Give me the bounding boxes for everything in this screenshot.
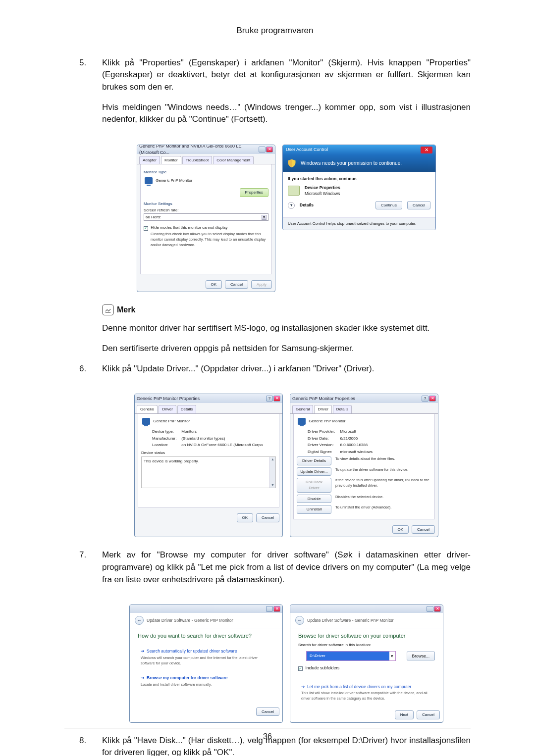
back-button[interactable]: ← <box>295 616 304 625</box>
properties-button[interactable]: Properties <box>240 188 268 197</box>
tab-monitor[interactable]: Monitor <box>161 156 181 164</box>
include-subfolders-checkbox[interactable] <box>298 666 303 671</box>
search-location-label: Search for driver software in this locat… <box>290 642 443 648</box>
refresh-rate-value: 60 Hertz <box>146 214 160 220</box>
document-page: Bruke programvaren 5. Klikk på "Properti… <box>0 0 535 756</box>
monitor-device-name: Generic PnP Monitor <box>156 178 192 183</box>
figure-row-2: Generic PnP Monitor Properties ?✕ Genera… <box>102 394 471 537</box>
uninstall-button[interactable]: Uninstall <box>297 505 331 514</box>
scrollbar[interactable] <box>269 457 275 488</box>
tab-general[interactable]: General <box>292 405 313 413</box>
update-driver-button[interactable]: Update Driver... <box>297 467 331 476</box>
close-button[interactable]: ✕ <box>429 396 436 402</box>
cancel-button[interactable]: Cancel <box>412 525 435 534</box>
footer-rule <box>64 728 471 728</box>
ok-button[interactable]: OK <box>237 513 254 522</box>
roll-back-button[interactable]: Roll Back Driver <box>297 478 331 492</box>
wizard-breadcrumb: Update Driver Software - Generic PnP Mon… <box>307 617 394 623</box>
refresh-label: Screen refresh rate: <box>144 207 268 213</box>
chevron-down-icon: ▾ <box>389 653 395 659</box>
tab-general[interactable]: General <box>137 405 158 413</box>
step-7-p1: Merk av for "Browse my computer for driv… <box>102 549 471 586</box>
arrow-icon: ➔ <box>301 684 305 689</box>
uac-title: User Account Control <box>286 147 328 153</box>
tab-driver[interactable]: Driver <box>159 405 176 413</box>
chevron-down-icon[interactable]: ▾ <box>288 202 295 209</box>
window-title: Generic PnP Monitor Properties <box>292 396 355 402</box>
step-number: 6. <box>79 363 102 383</box>
device-status-label: Device status <box>141 450 276 456</box>
device-status-box: This device is working properly. <box>141 456 276 488</box>
tab-troubleshoot[interactable]: Troubleshoot <box>182 156 212 164</box>
window-props-driver: Generic PnP Monitor Properties ?✕ Genera… <box>290 394 438 537</box>
step-number: 5. <box>79 57 102 134</box>
help-button[interactable]: ? <box>422 396 428 402</box>
hide-modes-checkbox[interactable] <box>144 226 148 231</box>
minimize-button[interactable] <box>259 147 266 152</box>
details-toggle[interactable]: Details <box>300 202 314 208</box>
ok-button[interactable]: OK <box>206 280 222 289</box>
page-number: 36 <box>0 731 535 742</box>
option-desc: Windows will search your computer and th… <box>141 655 271 666</box>
figure-row-3: ✕ ← Update Driver Software - Generic PnP… <box>102 605 471 722</box>
tab-details[interactable]: Details <box>333 405 352 413</box>
driver-details-button[interactable]: Driver Details <box>297 456 331 465</box>
cancel-button[interactable]: Cancel <box>407 201 430 210</box>
disable-button[interactable]: Disable <box>297 495 331 504</box>
apply-button[interactable]: Apply <box>251 280 272 289</box>
ok-button[interactable]: OK <box>392 525 409 534</box>
driver-provider-value: Microsoft <box>340 429 431 435</box>
option-browse-computer[interactable]: ➔Browse my computer for driver software … <box>137 672 275 690</box>
cancel-button[interactable]: Cancel <box>256 707 279 716</box>
window-title: Generic PnP Monitor Properties <box>137 396 200 402</box>
device-type-value: Monitors <box>181 429 276 435</box>
help-button[interactable]: ? <box>266 396 273 402</box>
step-5-p1: Klikk på "Properties" (Egenskaper) i ark… <box>102 57 471 94</box>
hide-modes-description: Clearing this check box allows you to se… <box>151 232 268 248</box>
uac-program-name: Device Properties <box>305 185 340 191</box>
option-let-me-pick[interactable]: ➔Let me pick from a list of device drive… <box>297 681 436 705</box>
uac-publisher: Microsoft Windows <box>305 191 340 197</box>
refresh-rate-select[interactable]: 60 Hertz ▾ <box>144 213 268 221</box>
chevron-down-icon: ▾ <box>262 215 267 220</box>
cancel-button[interactable]: Cancel <box>225 280 248 289</box>
monitor-icon <box>298 418 306 425</box>
browse-button[interactable]: Browse... <box>407 652 435 660</box>
step-5: 5. Klikk på "Properties" (Egenskaper) i … <box>79 57 471 134</box>
note-p1: Denne monitor driver har sertifisert MS-… <box>102 322 471 335</box>
close-button[interactable]: ✕ <box>273 396 280 402</box>
device-status-text: This device is working properly. <box>142 457 275 466</box>
minimize-button[interactable] <box>427 606 433 612</box>
arrow-icon: ➔ <box>141 675 145 680</box>
group-monitor-settings: Monitor Settings <box>144 201 268 207</box>
path-combobox[interactable]: D:\Driver ▾ <box>306 651 396 661</box>
tab-color-management[interactable]: Color Management <box>213 156 254 164</box>
close-button[interactable]: ✕ <box>266 147 273 152</box>
tab-panel: Monitor Type Generic PnP Monitor Propert… <box>140 164 272 274</box>
path-value: D:\Driver <box>307 652 389 660</box>
minimize-button[interactable] <box>266 606 273 612</box>
step-6-p1: Klikk på "Update Driver..." (Oppdater dr… <box>102 363 471 375</box>
cancel-button[interactable]: Cancel <box>256 513 279 522</box>
close-button[interactable]: ✕ <box>434 606 441 612</box>
option-title: Let me pick from a list of device driver… <box>307 684 411 689</box>
tab-driver[interactable]: Driver <box>314 405 331 413</box>
step-7: 7. Merk av for "Browse my computer for d… <box>79 549 471 594</box>
option-title: Browse my computer for driver software <box>147 675 227 680</box>
driver-details-desc: To view details about the driver files. <box>335 456 431 462</box>
step-number: 7. <box>79 549 102 594</box>
cancel-button[interactable]: Cancel <box>417 710 440 719</box>
option-search-auto[interactable]: ➔Search automatically for updated driver… <box>137 645 275 669</box>
tab-details[interactable]: Details <box>177 405 196 413</box>
close-button[interactable]: ✕ <box>273 606 280 612</box>
step-6: 6. Klikk på "Update Driver..." (Oppdater… <box>79 363 471 383</box>
device-name: Generic PnP Monitor <box>153 419 190 423</box>
next-button[interactable]: Next <box>395 710 414 719</box>
tab-adapter[interactable]: Adapter <box>139 156 160 164</box>
uac-footer-text: User Account Control helps stop unauthor… <box>283 217 435 230</box>
back-button[interactable]: ← <box>135 616 144 625</box>
window-uac: User Account Control ✕ Windows needs you… <box>282 145 436 230</box>
continue-button[interactable]: Continue <box>375 201 402 210</box>
close-button[interactable]: ✕ <box>421 147 432 153</box>
location-value: on NVIDIA GeForce 6600 LE (Microsoft Cor… <box>181 442 276 448</box>
